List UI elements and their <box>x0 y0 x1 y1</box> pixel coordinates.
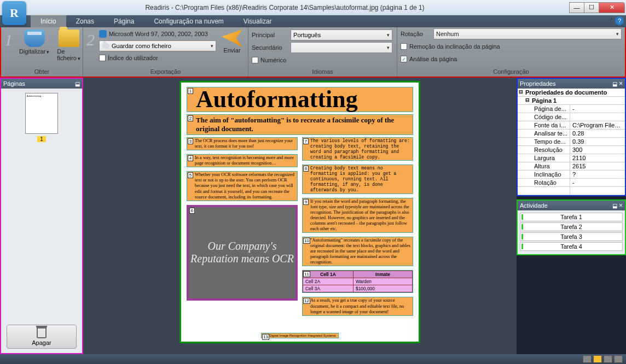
send-icon <box>222 30 242 47</box>
property-row[interactable]: Página de...- <box>518 105 625 113</box>
view-mode-1[interactable] <box>583 355 592 363</box>
delete-page-button[interactable]: Apagar <box>7 325 77 349</box>
scan-button[interactable]: Digitalizar <box>17 28 51 56</box>
send-button[interactable]: Enviar <box>219 28 245 55</box>
principal-label: Principal <box>252 30 286 40</box>
view-mode-3[interactable] <box>604 355 612 363</box>
activity-task[interactable]: Tarefa 2 <box>520 222 623 231</box>
pages-panel: Páginas ⬓ Autoformatting … 1 Apagar <box>0 78 83 354</box>
title-bar: R Readiris - C:\Program Files (x86)\Read… <box>0 0 626 15</box>
pages-panel-title: Páginas <box>3 80 25 87</box>
user-index-checkbox[interactable] <box>99 55 106 61</box>
numeric-checkbox[interactable] <box>252 57 258 63</box>
save-as-combo[interactable]: Guardar como ficheiro <box>99 40 216 51</box>
cloud-icon <box>102 43 109 49</box>
property-row[interactable]: Largura2110 <box>518 154 625 162</box>
props-root[interactable]: Propriedades do documento <box>518 89 625 97</box>
primary-lang-combo[interactable]: Português <box>291 30 392 40</box>
ribbon: 1 Digitalizar De ficheiro Obter 2 Micros… <box>0 27 626 78</box>
tab-zonas[interactable]: Zonas <box>66 15 104 27</box>
tab-visualizar[interactable]: Visualizar <box>234 15 282 27</box>
zone-11-table: 11 Cell 1AInmate Cell 2AWarden Cell 3A$1… <box>302 270 413 293</box>
help-button[interactable]: ? <box>615 16 624 25</box>
numeric-label: Numérico <box>260 57 286 63</box>
activity-panel: Actividade ⬓ × Tarefa 1Tarefa 2Tarefa 3T… <box>517 199 626 255</box>
activity-pin-icon[interactable]: ⬓ <box>612 203 617 209</box>
group-export-title: Exportação <box>86 67 245 77</box>
window-title: Readiris - C:\Program Files (x86)\Readir… <box>0 4 570 11</box>
zone-10-text: "Autoformatting" recreates a facsimile c… <box>303 237 413 266</box>
close-button[interactable]: ✕ <box>599 2 625 13</box>
step-2-number: 2 <box>86 31 95 49</box>
scan-label: Digitalizar <box>19 48 49 55</box>
trash-icon <box>37 327 47 338</box>
property-row[interactable]: Tempo de...0.39 <box>518 138 625 146</box>
tab-pagina[interactable]: Página <box>104 15 144 27</box>
activity-title: Actividade <box>520 202 548 209</box>
page-analysis-checkbox[interactable]: ✓ <box>401 56 407 62</box>
zone-12-text: As a result, you get a true copy of your… <box>303 297 413 315</box>
main-area: Páginas ⬓ Autoformatting … 1 Apagar 1Aut… <box>0 78 626 354</box>
property-row[interactable]: Analisar te...0.28 <box>518 130 625 138</box>
tab-nuvem[interactable]: Configuração na nuvem <box>144 15 233 27</box>
zone-13-footer: 13Digital Image Recognition Integrated S… <box>261 333 339 338</box>
zone-7-text: The various levels of formatting are: cr… <box>303 138 413 160</box>
zone-1-heading: Autoformatting <box>187 87 413 111</box>
props-page-node[interactable]: Página 1 <box>518 97 625 105</box>
send-label: Enviar <box>223 47 240 54</box>
zone-3-text: The OCR process does more than just reco… <box>187 138 297 150</box>
word-icon <box>99 30 107 38</box>
secondary-lang-combo[interactable] <box>291 42 392 53</box>
tab-inicio[interactable]: Início <box>31 15 66 27</box>
property-row[interactable]: Fonte da i...C:\Program Files ... <box>518 121 625 130</box>
activity-task[interactable]: Tarefa 1 <box>520 213 623 221</box>
document-viewer[interactable]: 1Autoformatting 2The aim of "autoformatt… <box>83 78 517 354</box>
view-mode-4[interactable] <box>614 355 623 363</box>
from-file-button[interactable]: De ficheiro <box>55 28 82 62</box>
folder-icon <box>59 30 79 47</box>
zone-2-subheading: The aim of "autoformatting" is to recrea… <box>187 115 413 134</box>
maximize-button[interactable]: ☐ <box>584 2 599 13</box>
activity-task[interactable]: Tarefa 4 <box>520 242 623 251</box>
group-config-title: Configuração <box>401 67 622 77</box>
scanner-icon <box>24 30 45 47</box>
property-row[interactable]: Inclinação? <box>518 171 625 179</box>
property-row[interactable]: Código de... <box>518 113 625 121</box>
document-page: 1Autoformatting 2The aim of "autoformatt… <box>179 81 420 343</box>
page-thumbnail-number: 1 <box>37 136 46 142</box>
secondary-label: Secundário <box>252 42 286 53</box>
activity-close-icon[interactable]: × <box>619 202 623 209</box>
property-row[interactable]: Resolução300 <box>518 146 625 154</box>
from-file-label: De ficheiro <box>57 48 80 61</box>
page-analysis-label: Análise da página <box>409 56 457 62</box>
minimize-button[interactable]: — <box>569 2 584 13</box>
view-mode-2[interactable] <box>593 355 602 363</box>
deskew-checkbox[interactable] <box>401 43 407 50</box>
export-format[interactable]: Microsoft Word 97, 2000, 2002, 2003 <box>109 31 208 37</box>
props-close-icon[interactable]: × <box>619 80 623 87</box>
property-row[interactable]: Altura2615 <box>518 162 625 171</box>
rotation-combo[interactable]: Nenhum <box>433 28 622 39</box>
props-pin-icon[interactable]: ⬓ <box>612 81 617 87</box>
group-lang-title: Idiomas <box>252 67 393 77</box>
zone-6-image: 6Our Company's Reputation means OCR <box>187 205 298 301</box>
page-thumbnail-1[interactable]: Autoformatting … <box>25 93 58 134</box>
group-obter-title: Obter <box>4 67 79 77</box>
save-as-label: Guardar como ficheiro <box>112 43 171 49</box>
zone-4-text: In a way, text recognition is becoming m… <box>187 155 297 167</box>
menu-bar: Início Zonas Página Configuração na nuve… <box>0 15 626 27</box>
user-index-label: Índice do utilizador <box>108 55 158 61</box>
rotation-label: Rotação <box>401 28 431 39</box>
pin-icon[interactable]: ⬓ <box>75 81 80 87</box>
deskew-label: Remoção da inclinação da página <box>409 43 500 50</box>
property-row[interactable]: Rotação- <box>518 179 625 187</box>
properties-title: Propriedades <box>520 80 555 87</box>
app-icon[interactable]: R <box>2 1 26 25</box>
zone-8-text: Creating body text means no formatting i… <box>303 165 413 193</box>
status-bar <box>0 354 626 364</box>
activity-task[interactable]: Tarefa 3 <box>520 232 623 241</box>
collapse-ribbon-icon[interactable]: ˄ <box>610 17 613 25</box>
zone-5-text: Whether your OCR software reformats the … <box>187 172 297 200</box>
zone-9-text: If you retain the word and paragraph for… <box>303 198 413 232</box>
delete-label: Apagar <box>32 339 51 346</box>
